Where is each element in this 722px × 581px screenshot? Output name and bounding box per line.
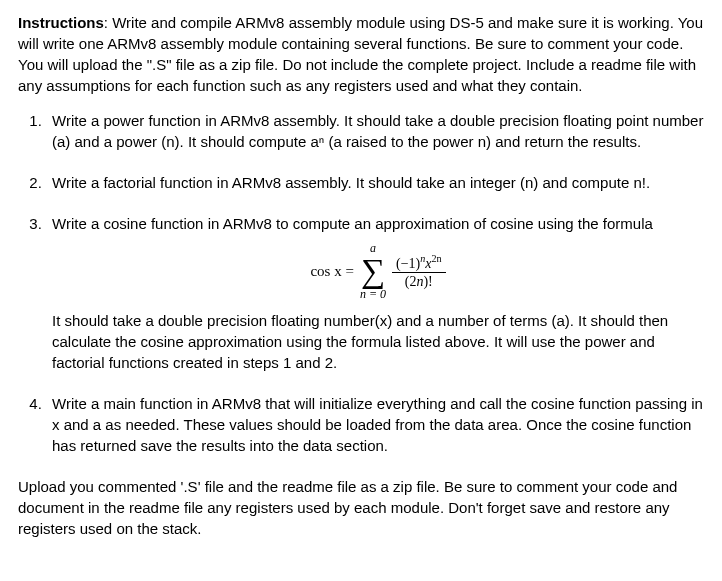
fraction: (−1)nx2n (2n)! xyxy=(392,253,446,289)
formula-lhs: cos x = xyxy=(310,261,353,282)
instructions-label: Instructions xyxy=(18,14,104,31)
sigma-icon: ∑ xyxy=(361,254,385,288)
sigma-block: a ∑ n = 0 xyxy=(360,242,386,300)
question-2-text: Write a factorial function in ARMv8 asse… xyxy=(52,174,650,191)
question-1-text: Write a power function in ARMv8 assembly… xyxy=(52,112,703,150)
instructions-paragraph: Instructions: Write and compile ARMv8 as… xyxy=(18,12,704,96)
fraction-numerator: (−1)nx2n xyxy=(392,253,446,273)
question-4-text: Write a main function in ARMv8 that will… xyxy=(52,395,703,454)
fraction-denominator: (2n)! xyxy=(401,273,437,289)
question-3: Write a cosine function in ARMv8 to comp… xyxy=(46,213,704,373)
question-3-detail: It should take a double precision floati… xyxy=(52,310,704,373)
sigma-lower: n = 0 xyxy=(360,288,386,300)
question-list: Write a power function in ARMv8 assembly… xyxy=(18,110,704,456)
question-3-intro: Write a cosine function in ARMv8 to comp… xyxy=(52,215,653,232)
question-1: Write a power function in ARMv8 assembly… xyxy=(46,110,704,152)
question-2: Write a factorial function in ARMv8 asse… xyxy=(46,172,704,193)
question-4: Write a main function in ARMv8 that will… xyxy=(46,393,704,456)
closing-paragraph: Upload you commented '.S' file and the r… xyxy=(18,476,704,539)
instructions-text: : Write and compile ARMv8 assembly modul… xyxy=(18,14,703,94)
cosine-formula: cos x = a ∑ n = 0 (−1)nx2n (2n)! xyxy=(52,242,704,300)
